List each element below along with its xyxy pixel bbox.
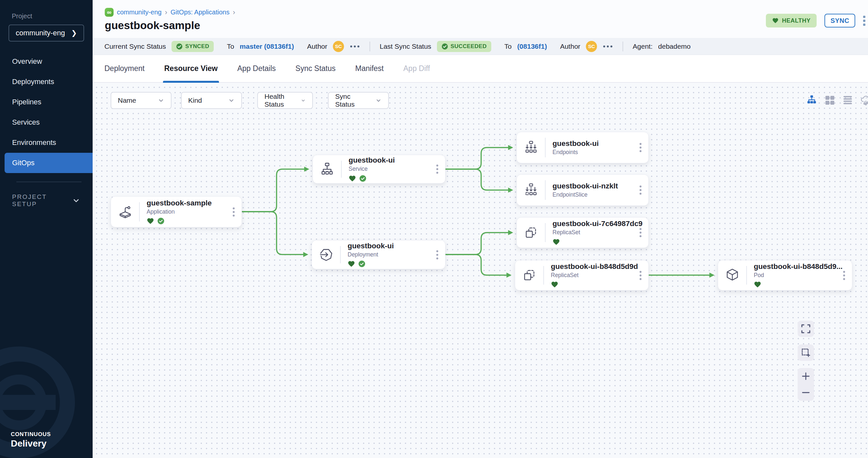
endpoints-icon <box>517 140 545 155</box>
breadcrumb-link-project[interactable]: community-eng <box>117 8 162 16</box>
succeeded-badge: SUCCEEDED <box>437 41 491 52</box>
tab-deployment[interactable]: Deployment <box>104 55 145 82</box>
author-label: Author <box>307 42 327 51</box>
endpointslice-icon <box>517 183 545 198</box>
synced-check-icon <box>157 217 165 225</box>
project-selector[interactable]: community-eng ❯ <box>8 25 84 41</box>
service-icon <box>313 162 341 177</box>
health-status-badge: HEALTHY <box>766 14 816 28</box>
node-menu-button[interactable] <box>435 249 440 261</box>
cloud-view-icon[interactable] <box>860 95 868 106</box>
synced-badge: SYNCED <box>172 41 214 52</box>
project-label: Project <box>12 12 93 20</box>
page-title: guestbook-sample <box>105 19 868 32</box>
header-actions: HEALTHY SYNC <box>766 14 858 28</box>
chevron-down-icon <box>301 97 306 104</box>
node-kind: Pod <box>754 272 842 279</box>
breadcrumb-link-applications[interactable]: GitOps: Applications <box>170 8 229 16</box>
node-endpoints-guestbook-ui[interactable]: guestbook-ui Endpoints <box>517 132 649 163</box>
pod-icon <box>718 268 746 283</box>
sidebar-item-environments[interactable]: Environments <box>0 132 93 153</box>
filter-name[interactable]: Name <box>111 92 172 109</box>
node-menu-button[interactable] <box>231 206 236 218</box>
node-menu-button[interactable] <box>435 163 440 175</box>
tab-app-diff: App Diff <box>403 55 430 82</box>
sync-button[interactable]: SYNC <box>825 14 855 28</box>
sidebar-nav: Overview Deployments Pipelines Services … <box>0 52 93 173</box>
node-kind: Service <box>348 166 395 172</box>
node-title: guestbook-ui-b848d5d9d <box>551 262 638 271</box>
filter-health-status[interactable]: Health Status <box>257 92 313 109</box>
tab-sync-status[interactable]: Sync Status <box>296 55 336 82</box>
node-title: guestbook-ui <box>553 139 599 148</box>
current-revision-link[interactable]: master (08136f1) <box>240 42 294 51</box>
node-menu-button[interactable] <box>638 142 643 154</box>
node-menu-button[interactable] <box>842 269 846 281</box>
node-menu-button[interactable] <box>638 269 643 281</box>
sync-status-bar: Current Sync Status SYNCED To master (08… <box>93 38 868 55</box>
app-tabs: Deployment Resource View App Details Syn… <box>93 55 868 83</box>
header-kebab-menu[interactable] <box>863 16 865 26</box>
filter-sync-status[interactable]: Sync Status <box>328 92 389 109</box>
healthy-heart-icon <box>551 281 558 288</box>
node-status-icons <box>754 281 842 289</box>
sidebar-item-services[interactable]: Services <box>0 112 93 132</box>
health-badge-label: HEALTHY <box>782 17 810 24</box>
commit-details-kebab[interactable] <box>349 43 360 50</box>
chevron-right-icon: ❯ <box>71 29 77 37</box>
node-kind: Deployment <box>348 251 394 258</box>
node-status-icons <box>553 238 643 246</box>
replicaset-icon <box>517 225 545 240</box>
sidebar-item-overview[interactable]: Overview <box>0 52 93 72</box>
page-header: ∞ community-eng › GitOps: Applications ›… <box>93 0 868 38</box>
synced-check-icon <box>358 260 366 268</box>
resource-tree-canvas[interactable]: Name Kind Health Status Sync Status <box>93 83 868 458</box>
node-status-icons <box>551 281 638 289</box>
last-sync-status-label: Last Sync Status <box>380 42 431 51</box>
sidebar-item-pipelines[interactable]: Pipelines <box>0 92 93 112</box>
breadcrumb-separator: › <box>233 8 235 17</box>
node-status-icons <box>348 174 395 182</box>
node-kind: ReplicaSet <box>553 229 643 236</box>
synced-badge-label: SYNCED <box>185 43 209 50</box>
node-deployment-guestbook-ui[interactable]: guestbook-ui Deployment <box>312 240 445 269</box>
zoom-in-button[interactable] <box>800 371 811 382</box>
healthy-heart-icon <box>348 175 356 182</box>
node-service-guestbook-ui[interactable]: guestbook-ui Service <box>313 155 445 184</box>
chevron-down-icon <box>158 97 164 104</box>
node-title: guestbook-ui-7c64987dc9 <box>553 220 643 228</box>
node-replicaset-guestbook-ui-7c64987dc9[interactable]: guestbook-ui-7c64987dc9 ReplicaSet <box>517 217 649 248</box>
grid-view-icon[interactable] <box>824 95 835 106</box>
project-setup-toggle[interactable]: PROJECT SETUP <box>12 193 80 208</box>
project-selector-value: community-eng <box>16 29 65 37</box>
replicaset-icon <box>515 268 543 283</box>
sidebar-item-gitops[interactable]: GitOps <box>5 153 93 173</box>
to-label: To <box>504 42 512 51</box>
healthy-heart-icon <box>553 238 560 246</box>
sidebar-item-deployments[interactable]: Deployments <box>0 72 93 92</box>
tab-app-details[interactable]: App Details <box>237 55 276 82</box>
divider <box>622 41 623 52</box>
fullscreen-button[interactable] <box>798 321 814 337</box>
healthy-heart-icon <box>348 260 355 268</box>
tab-manifest[interactable]: Manifest <box>355 55 383 82</box>
node-menu-button[interactable] <box>638 227 643 238</box>
node-endpointslice-guestbook-ui-nzklt[interactable]: guestbook-ui-nzklt EndpointSlice <box>517 174 649 206</box>
node-menu-button[interactable] <box>638 184 643 196</box>
tab-resource-view[interactable]: Resource View <box>164 55 218 82</box>
harness-gitops-app: Project community-eng ❯ Overview Deploym… <box>0 0 868 458</box>
last-revision-link[interactable]: (08136f1) <box>517 42 547 51</box>
tree-view-icon[interactable] <box>806 95 817 106</box>
node-pod-guestbook-ui-b848d5d9[interactable]: guestbook-ui-b848d5d9... Pod <box>718 260 852 291</box>
marquee-select-icon <box>800 347 811 358</box>
commit-details-kebab[interactable] <box>602 43 613 50</box>
marquee-select-button[interactable] <box>798 345 814 361</box>
zoom-out-button[interactable] <box>800 387 811 398</box>
node-replicaset-guestbook-ui-b848d5d9d[interactable]: guestbook-ui-b848d5d9d ReplicaSet <box>515 260 649 291</box>
node-status-icons <box>348 260 394 268</box>
filter-kind[interactable]: Kind <box>181 92 242 109</box>
chevron-down-icon <box>228 97 235 104</box>
node-application-guestbook-sample[interactable]: guestbook-sample Application <box>111 196 242 227</box>
node-title: guestbook-ui <box>348 156 395 165</box>
list-view-icon[interactable] <box>842 95 853 106</box>
